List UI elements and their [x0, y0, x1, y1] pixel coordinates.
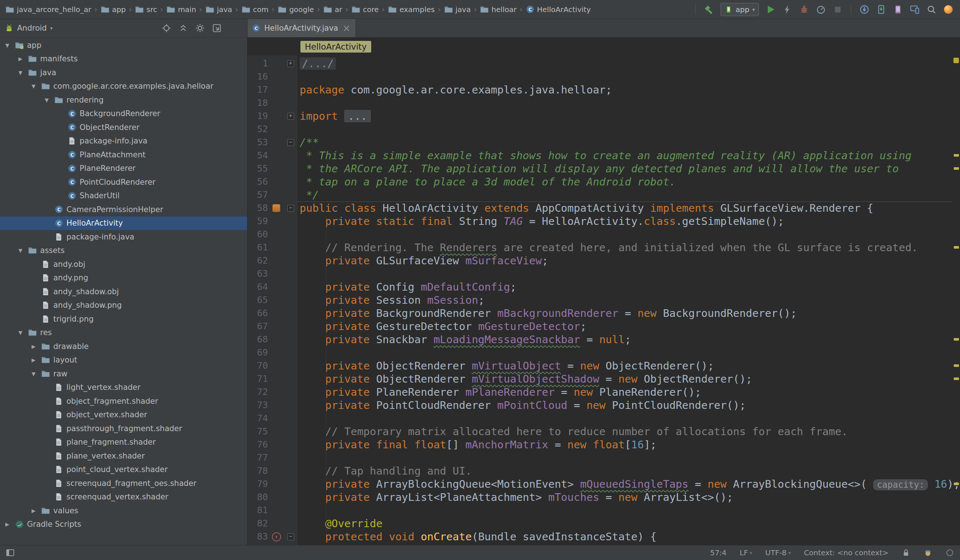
warning-stripe-mark[interactable]: [954, 246, 959, 249]
search-icon[interactable]: [925, 3, 938, 16]
breadcrumb-item-app[interactable]: app: [100, 5, 126, 14]
inspection-status-icon[interactable]: [954, 58, 959, 63]
tree-item-objectrenderer[interactable]: CObjectRenderer: [0, 120, 247, 134]
line-number[interactable]: 82: [248, 517, 268, 530]
breadcrumb-item-java[interactable]: java: [444, 5, 471, 14]
breadcrumb-item-helloar[interactable]: helloar: [480, 5, 517, 14]
line-number[interactable]: 77: [248, 451, 268, 464]
line-number[interactable]: 76: [248, 438, 268, 451]
tree-closed-arrow-icon[interactable]: ▶: [29, 357, 38, 363]
tree-item-andy-shadow-obj[interactable]: andy_shadow.obj: [0, 285, 247, 299]
tree-item-raw[interactable]: ▼raw: [0, 367, 247, 381]
readonly-lock-icon[interactable]: [902, 548, 910, 557]
breadcrumb-item-java[interactable]: java: [205, 5, 232, 14]
tree-item-app[interactable]: ▼app: [0, 38, 247, 52]
project-view-selector[interactable]: Android: [17, 24, 47, 32]
tree-item-com-google-ar-core-examples-java-helloar[interactable]: ▼com.google.ar.core.examples.java.helloa…: [0, 80, 247, 93]
tree-item-planerenderer[interactable]: CPlaneRenderer: [0, 162, 247, 176]
profiler-icon[interactable]: [814, 3, 827, 16]
instant-run-icon[interactable]: [781, 3, 794, 16]
line-number[interactable]: 18: [248, 96, 268, 109]
line-number[interactable]: 61: [248, 241, 268, 254]
tree-closed-arrow-icon[interactable]: ▶: [29, 344, 38, 349]
tree-item-object-fragment-shader[interactable]: object_fragment.shader: [0, 394, 247, 408]
tree-item-andy-png[interactable]: andy.png: [0, 271, 247, 285]
tree-item-pointcloudrenderer[interactable]: CPointCloudRenderer: [0, 175, 247, 189]
tree-item-shaderutil[interactable]: CShaderUtil: [0, 189, 247, 203]
warning-stripe-mark[interactable]: [954, 483, 959, 485]
tree-open-arrow-icon[interactable]: ▼: [3, 42, 12, 48]
tree-item-plane-vertex-shader[interactable]: plane_vertex.shader: [0, 449, 247, 463]
breadcrumb-item-ar[interactable]: ar: [323, 5, 342, 14]
tree-item-point-cloud-vertex-shader[interactable]: point_cloud_vertex.shader: [0, 463, 247, 477]
tree-open-arrow-icon[interactable]: ▼: [29, 371, 38, 377]
breadcrumb-item-HelloArActivity[interactable]: CHelloArActivity: [526, 5, 590, 14]
breadcrumb-item-java_arcore_hello_ar[interactable]: java_arcore_hello_ar: [5, 5, 91, 14]
breadcrumb-item-main[interactable]: main: [166, 5, 196, 14]
breadcrumb-item-com[interactable]: com: [241, 5, 269, 14]
line-number[interactable]: 63: [248, 267, 268, 280]
tree-item-gradle-scripts[interactable]: ▶Gradle Scripts: [0, 518, 247, 531]
attach-debugger-icon[interactable]: [858, 3, 871, 16]
background-tasks-icon[interactable]: [946, 548, 954, 557]
tree-item-rendering[interactable]: ▼rendering: [0, 93, 247, 107]
line-number[interactable]: 68: [248, 333, 268, 346]
line-number[interactable]: 55: [248, 162, 268, 175]
line-number[interactable]: 66: [248, 307, 268, 320]
scroll-from-source-icon[interactable]: [162, 23, 171, 33]
class-marker-icon[interactable]: [272, 204, 280, 212]
settings-gear-icon[interactable]: [195, 23, 205, 33]
tree-closed-arrow-icon[interactable]: ▶: [16, 56, 25, 62]
line-number[interactable]: 17: [248, 83, 268, 96]
tree-item-andy-obj[interactable]: andy.obj: [0, 258, 247, 271]
device-monitor-icon[interactable]: [908, 3, 921, 16]
avd-manager-icon[interactable]: [891, 3, 904, 16]
run-config-select[interactable]: app ▾: [720, 3, 759, 16]
gradle-sync-icon[interactable]: [942, 3, 955, 16]
fold-minus-icon[interactable]: −: [287, 205, 294, 212]
warning-stripe-mark[interactable]: [954, 167, 959, 170]
tree-item-package-info-java[interactable]: package-info.java: [0, 134, 247, 148]
tree-item-backgroundrenderer[interactable]: CBackgroundRenderer: [0, 107, 247, 121]
tree-item-plane-fragment-shader[interactable]: plane_fragment.shader: [0, 435, 247, 450]
tree-item-manifests[interactable]: ▶manifests: [0, 52, 247, 66]
hector-inspector-icon[interactable]: [923, 548, 932, 557]
code-editor[interactable]: 1+/.../1617package com.google.ar.core.ex…: [248, 56, 960, 545]
collapse-all-icon[interactable]: [179, 23, 188, 33]
line-number[interactable]: 58: [248, 202, 268, 214]
tree-open-arrow-icon[interactable]: ▼: [16, 330, 25, 336]
tree-closed-arrow-icon[interactable]: ▶: [3, 521, 12, 527]
line-number[interactable]: 80: [248, 491, 268, 504]
tree-open-arrow-icon[interactable]: ▼: [29, 83, 38, 89]
line-number[interactable]: 65: [248, 293, 268, 307]
fold-minus-icon[interactable]: −: [287, 533, 294, 540]
caret-position-widget[interactable]: 57:4: [710, 548, 726, 557]
overriding-method-icon[interactable]: ↑: [272, 532, 281, 541]
tree-item-light-vertex-shader[interactable]: light_vertex.shader: [0, 381, 247, 395]
tree-item-trigrid-png[interactable]: trigrid.png: [0, 312, 247, 326]
line-number[interactable]: 56: [248, 175, 268, 188]
fold-minus-icon[interactable]: −: [287, 139, 294, 146]
tree-item-andy-shadow-png[interactable]: andy_shadow.png: [0, 299, 247, 312]
fold-plus-icon[interactable]: +: [287, 113, 294, 120]
line-number[interactable]: 72: [248, 386, 268, 398]
line-number[interactable]: 79: [248, 477, 268, 491]
breadcrumb-item-core[interactable]: core: [351, 5, 379, 14]
run-button[interactable]: [764, 3, 777, 16]
line-number[interactable]: 53: [248, 136, 268, 149]
breadcrumb-item-google[interactable]: google: [277, 5, 314, 14]
tree-item-values[interactable]: ▶values: [0, 504, 247, 518]
line-separator-widget[interactable]: LF▾: [739, 548, 752, 557]
tree-item-camerapermissionhelper[interactable]: CCameraPermissionHelper: [0, 203, 247, 216]
breadcrumb-class-chip[interactable]: HelloArActivity: [301, 41, 371, 53]
breadcrumb-item-examples[interactable]: examples: [388, 5, 435, 14]
warning-stripe-mark[interactable]: [954, 338, 959, 341]
line-number[interactable]: 69: [248, 346, 268, 359]
line-number[interactable]: 81: [248, 504, 268, 517]
tree-open-arrow-icon[interactable]: ▼: [16, 248, 25, 253]
line-number[interactable]: 73: [248, 398, 268, 412]
toolwindow-toggle-icon[interactable]: [6, 548, 14, 557]
line-number[interactable]: 83: [248, 530, 268, 543]
tree-item-layout[interactable]: ▶layout: [0, 354, 247, 367]
encoding-widget[interactable]: UTF-8▾: [765, 548, 791, 557]
